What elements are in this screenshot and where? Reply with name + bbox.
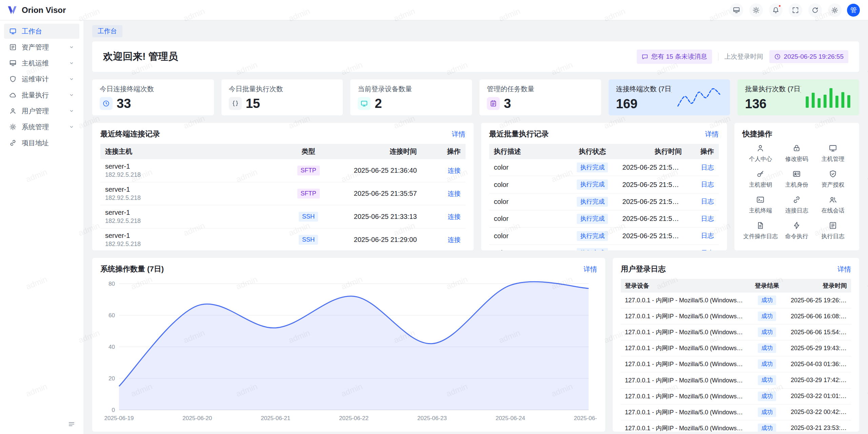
batch-execution-row: color执行完成2025-06-25 21:51:37日志 <box>489 176 719 193</box>
unread-messages-text: 您有 15 条未读消息 <box>651 52 707 61</box>
trend-card-value: 169 <box>616 97 672 110</box>
quick-action-linklog[interactable]: 连接日志 <box>778 195 815 214</box>
connect-link[interactable]: 连接 <box>448 167 461 174</box>
quick-action-key[interactable]: 主机密钥 <box>743 170 779 189</box>
notifications-icon[interactable] <box>769 3 783 17</box>
trend-card-terminal-7d: 连接终端次数 (7日)169 <box>609 79 730 115</box>
column-header: 登录时间 <box>787 279 851 293</box>
stat-card-value: 15 <box>246 97 260 110</box>
connect-time: 2025-06-25 21:35:57 <box>334 182 421 205</box>
batch-detail-link[interactable]: 详情 <box>705 130 719 139</box>
log-link[interactable]: 日志 <box>701 232 714 239</box>
quick-action-lock[interactable]: 修改密码 <box>778 144 815 163</box>
log-link[interactable]: 日志 <box>701 215 714 222</box>
login-log-row: 127.0.0.1 - 内网IP - Mozilla/5.0 (Windows … <box>621 420 851 432</box>
sidebar-item-users[interactable]: 用户管理 <box>4 103 79 118</box>
notification-badge-dot <box>778 4 781 7</box>
login-device: 127.0.0.1 - 内网IP - Mozilla/5.0 (Windows … <box>621 356 747 372</box>
execution-status-tag: 执行完成 <box>577 180 608 189</box>
unread-messages-badge[interactable]: 您有 15 条未读消息 <box>637 50 712 64</box>
stat-card-label: 管理的任务数量 <box>487 84 594 94</box>
workbench-icon <box>9 27 17 35</box>
svg-text:2025-06-23: 2025-06-23 <box>417 415 447 421</box>
stats-row: 今日连接终端次数33今日批量执行次数15当前登录设备数量2管理的任务数量3连接终… <box>92 79 859 115</box>
quick-action-terminal[interactable]: 主机终端 <box>743 195 779 214</box>
quick-action-user[interactable]: 个人中心 <box>743 144 779 163</box>
login-result-tag: 成功 <box>758 423 776 432</box>
stat-card-label: 今日批量执行次数 <box>229 84 336 94</box>
quick-action-shield[interactable]: 资产授权 <box>815 170 851 189</box>
quick-action-label: 命令执行 <box>785 232 808 240</box>
breadcrumb: 工作台 <box>92 20 859 41</box>
quick-action-bolt[interactable]: 命令执行 <box>778 221 815 240</box>
quick-action-session[interactable]: 在线会话 <box>815 195 851 214</box>
terminal-detail-link[interactable]: 详情 <box>452 130 466 139</box>
connect-link[interactable]: 连接 <box>448 236 461 243</box>
login-log-row: 127.0.0.1 - 内网IP - Mozilla/5.0 (Windows … <box>621 340 851 356</box>
quick-action-filelog[interactable]: 文件操作日志 <box>743 221 779 240</box>
monitor-icon <box>358 97 371 110</box>
sidebar-item-audit[interactable]: 运维审计 <box>4 72 79 87</box>
monitor-icon[interactable] <box>730 3 743 17</box>
column-header: 连接主机 <box>100 144 283 159</box>
connect-link[interactable]: 连接 <box>448 190 461 197</box>
log-link[interactable]: 日志 <box>701 198 714 205</box>
fullscreen-icon[interactable] <box>789 3 802 17</box>
log-link[interactable]: 日志 <box>701 249 714 250</box>
sidebar-collapse-icon[interactable] <box>66 419 77 429</box>
chevron-down-icon <box>68 124 75 130</box>
quick-action-monitor[interactable]: 主机管理 <box>815 144 851 163</box>
login-result-tag: 成功 <box>758 392 776 401</box>
svg-text:2025-06-24: 2025-06-24 <box>496 415 525 421</box>
connect-link[interactable]: 连接 <box>448 213 461 220</box>
bottom-row: 系统操作数量 (7日) 详情 0204060802025-06-192025-0… <box>92 258 859 432</box>
assets-icon <box>9 43 17 51</box>
sidebar-item-batch[interactable]: 批量执行 <box>4 88 79 102</box>
connect-time: 2025-06-25 21:29:00 <box>334 228 421 250</box>
quick-actions-grid: 个人中心修改密码主机管理主机密钥主机身份资产授权主机终端连接日志在线会话文件操作… <box>743 144 851 240</box>
quick-action-execlog[interactable]: 执行日志 <box>815 221 851 240</box>
sidebar-item-workbench[interactable]: 工作台 <box>4 24 79 39</box>
host-ip: 182.92.5.218 <box>105 171 278 178</box>
svg-text:80: 80 <box>108 281 115 287</box>
login-time: 2025-04-03 01:36:58 <box>787 356 851 372</box>
sidebar-item-system[interactable]: 系统管理 <box>4 119 79 134</box>
login-detail-link[interactable]: 详情 <box>837 265 851 274</box>
hostops-icon <box>9 59 17 67</box>
login-log-row: 127.0.0.1 - 内网IP - Mozilla/5.0 (Windows … <box>621 293 851 308</box>
terminal-connection-row: server-1182.92.5.218SSH2025-06-25 21:29:… <box>100 228 466 250</box>
trend-card-label: 连接终端次数 (7日) <box>616 84 672 94</box>
login-time: 2025-03-22 01:01:31 <box>787 389 851 404</box>
log-link[interactable]: 日志 <box>701 164 714 171</box>
sidebar-item-assets[interactable]: 资产管理 <box>4 40 79 55</box>
filelog-icon <box>756 221 765 230</box>
protocol-tag: SSH <box>299 212 318 222</box>
panel-title: 最近终端连接记录 <box>100 129 160 139</box>
connect-time: 2025-06-25 21:33:13 <box>334 205 421 228</box>
host-ip: 182.92.5.218 <box>105 218 278 225</box>
batch-execution-row: color执行完成2025-06-25 21:51:51日志 <box>489 159 719 176</box>
refresh-icon[interactable] <box>808 3 822 17</box>
stat-card: 今日批量执行次数15 <box>221 79 343 115</box>
execution-status-tag: 执行完成 <box>577 248 608 250</box>
breadcrumb-item-workbench[interactable]: 工作台 <box>92 25 122 37</box>
login-device: 127.0.0.1 - 内网IP - Mozilla/5.0 (Windows … <box>621 404 747 420</box>
theme-icon[interactable] <box>749 3 763 17</box>
batch-execution-row: color执行完成2025-06-25 21:50:42日志 <box>489 228 719 245</box>
sidebar-item-link[interactable]: 项目地址 <box>4 135 79 150</box>
sidebar-item-hostops[interactable]: 主机运维 <box>4 56 79 71</box>
user-avatar[interactable]: 管 <box>847 4 860 17</box>
sysops-detail-link[interactable]: 详情 <box>584 265 597 274</box>
log-link[interactable]: 日志 <box>701 181 714 188</box>
execution-description: color <box>489 159 567 176</box>
host-name: server-1 <box>105 163 278 170</box>
settings-icon[interactable] <box>828 3 842 17</box>
execution-description: color <box>489 193 567 210</box>
middle-row: 最近终端连接记录 详情 连接主机类型连接时间操作server-1182.92.5… <box>92 123 859 250</box>
svg-text:0: 0 <box>112 407 115 413</box>
quick-action-idcard[interactable]: 主机身份 <box>778 170 815 189</box>
message-icon <box>642 53 648 60</box>
svg-text:2025-06-19: 2025-06-19 <box>104 415 134 421</box>
login-log-row: 127.0.0.1 - 内网IP - Mozilla/5.0 (Windows … <box>621 356 851 372</box>
panel-recent-terminal-connections: 最近终端连接记录 详情 连接主机类型连接时间操作server-1182.92.5… <box>92 123 474 250</box>
